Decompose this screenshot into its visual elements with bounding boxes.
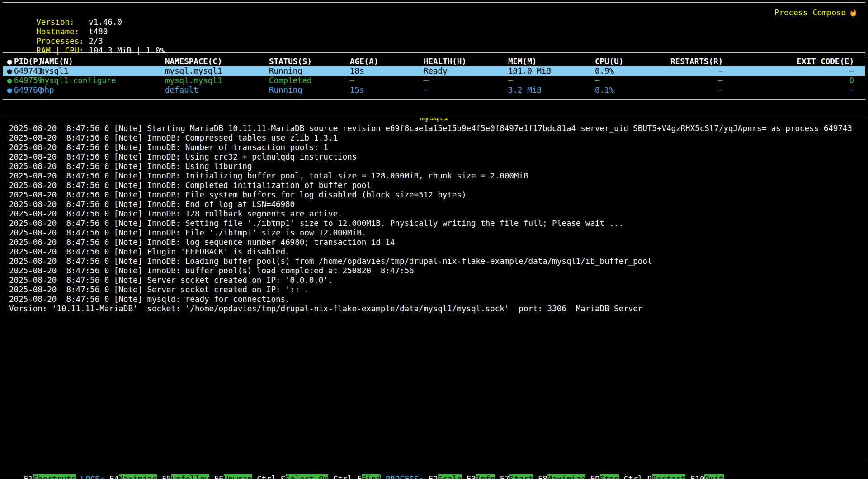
cell-age: 18s xyxy=(350,66,364,76)
shortcut-key: F9 xyxy=(590,474,600,479)
log-line: 2025-08-20 8:47:56 0 [Note] InnoDB: File… xyxy=(9,228,861,238)
log-line: 2025-08-20 8:47:56 0 [Note] InnoDB: Usin… xyxy=(9,152,861,162)
shortcut-key: F1 xyxy=(24,474,33,479)
shortcut-select-on[interactable]: Ctrl-SSelect On xyxy=(257,474,328,479)
shortcut-label: Maximize xyxy=(119,474,157,479)
shortcut-label: Scale xyxy=(438,474,462,479)
header-panel: Version:v1.46.0 Hostname:t480 Processes:… xyxy=(3,2,865,53)
cell-cpu: 0.9% xyxy=(595,66,614,76)
column-header-restarts: RESTARTS(R) xyxy=(670,57,723,66)
column-header-mem: MEM(M) xyxy=(508,57,537,66)
process-state-icon: ● xyxy=(7,85,12,95)
shortcut-key: F3 xyxy=(467,474,476,479)
cell-namespace: default xyxy=(165,85,198,95)
cell-status: Completed xyxy=(269,76,312,85)
log-line: 2025-08-20 8:47:56 0 [Note] InnoDB: Usin… xyxy=(9,162,861,171)
shortcut-label: Maximize xyxy=(547,474,585,479)
log-line: 2025-08-20 8:47:56 0 [Note] mysqld: read… xyxy=(9,295,861,304)
shortcut-process-maximize[interactable]: F8Maximize xyxy=(538,474,585,479)
header-field-version: Version:v1.46.0 xyxy=(8,8,859,18)
process-row-php[interactable]: ● 649760 php default Running 15s – 3.2 M… xyxy=(3,85,865,95)
process-row-mysql1-configure[interactable]: ● 649759 mysql1-configure mysql.mysql1 C… xyxy=(3,76,865,85)
log-line: 2025-08-20 8:47:56 0 [Note] Starting Mar… xyxy=(9,124,861,133)
log-panel: mysql1 2025-08-20 8:47:56 0 [Note] Start… xyxy=(3,118,865,460)
shortcut-scale[interactable]: F2Scale xyxy=(429,474,462,479)
process-state-icon: ● xyxy=(7,66,12,76)
log-line: 2025-08-20 8:47:56 0 [Note] Plugin 'FEED… xyxy=(9,247,861,257)
log-line: 2025-08-20 8:47:56 0 [Note] InnoDB: 128 … xyxy=(9,209,861,219)
cell-restarts: – xyxy=(718,66,723,76)
footer-bar: F1ShortcutsLOGS:F4MaximizeF5UnfollowF6Un… xyxy=(3,465,865,477)
cell-cpu: – xyxy=(595,76,600,85)
shortcut-restart[interactable]: Ctrl-RRestart xyxy=(623,474,685,479)
cell-pid: 649760 xyxy=(14,85,42,95)
header-field-hostname: Hostname:t480 xyxy=(8,18,859,27)
column-header-exit-code: EXIT CODE(E) xyxy=(797,57,854,66)
shortcut-key: F6 xyxy=(214,474,224,479)
cell-name: php xyxy=(40,85,54,95)
cell-cpu: 0.1% xyxy=(595,85,614,95)
shortcut-stop[interactable]: F9Stop xyxy=(590,474,619,479)
shortcut-key: F10 xyxy=(690,474,705,479)
process-row-mysql1[interactable]: ● 649743 mysql1 mysql.mysql1 Running 18s… xyxy=(3,66,865,76)
shortcut-key: F8 xyxy=(538,474,547,479)
shortcut-label: Find xyxy=(362,474,381,479)
shortcut-unfollow[interactable]: F5Unfollow xyxy=(162,474,209,479)
log-line: 2025-08-20 8:47:56 0 [Note] InnoDB: Load… xyxy=(9,257,861,266)
column-header-health: HEALTH(H) xyxy=(424,57,467,66)
log-line: 2025-08-20 8:47:56 0 [Note] Server socke… xyxy=(9,276,861,285)
header-field-processes: Processes:2/3 xyxy=(8,27,859,37)
column-header-pid: PID(P) xyxy=(14,57,42,66)
app-title: Process Compose xyxy=(774,8,858,18)
table-header-row: ● PID(P) NAME(N) NAMESPACE(C) STATUS(S) … xyxy=(3,57,865,66)
footer-section-logs: LOGS: xyxy=(81,474,105,479)
column-header-age: AGE(A) xyxy=(350,57,378,66)
header-field-ram-cpu: RAM | CPU:104.3 MiB | 1.0% xyxy=(8,37,859,46)
shortcut-label: Stop xyxy=(600,474,619,479)
log-line: 2025-08-20 8:47:56 0 [Note] Server socke… xyxy=(9,285,861,295)
shortcut-logs-maximize[interactable]: F4Maximize xyxy=(109,474,157,479)
column-header-namespace: NAMESPACE(C) xyxy=(165,57,222,66)
cell-pid: 649743 xyxy=(14,66,42,76)
shortcut-label: Info xyxy=(476,474,495,479)
shortcut-label: Quit xyxy=(704,474,723,479)
shortcut-key: F4 xyxy=(109,474,119,479)
cell-status: Running xyxy=(269,85,302,95)
cell-name: mysql1 xyxy=(40,66,68,76)
shortcut-label: Select On xyxy=(286,474,329,479)
shortcut-shortcuts[interactable]: F1Shortcuts xyxy=(24,474,76,479)
field-value: v1.46.0 xyxy=(89,18,122,27)
cell-health: – xyxy=(424,76,429,85)
cell-pid: 649759 xyxy=(14,76,42,85)
cell-namespace: mysql.mysql1 xyxy=(165,76,222,85)
cell-exit-code: – xyxy=(849,66,854,76)
log-line: 2025-08-20 8:47:56 0 [Note] InnoDB: Numb… xyxy=(9,143,861,152)
shortcut-quit[interactable]: F10Quit xyxy=(690,474,724,479)
shortcut-label: Unfollow xyxy=(171,474,209,479)
shortcut-label: Restart xyxy=(652,474,686,479)
footer-section-process: PROCESS: xyxy=(386,474,424,479)
field-label: Hostname: xyxy=(36,27,89,37)
shortcut-key: F2 xyxy=(429,474,438,479)
shortcut-key: Ctrl-S xyxy=(257,474,285,479)
shortcut-start[interactable]: F7Start xyxy=(500,474,533,479)
process-state-icon: ● xyxy=(7,76,12,85)
shortcut-unwrap[interactable]: F6Unwrap xyxy=(214,474,252,479)
process-compose-app: Version:v1.46.0 Hostname:t480 Processes:… xyxy=(0,0,868,479)
shortcut-label: Shortcuts xyxy=(33,474,76,479)
app-title-label: Process Compose xyxy=(774,8,846,18)
log-lines[interactable]: 2025-08-20 8:47:56 0 [Note] Starting Mar… xyxy=(9,124,861,314)
shortcut-key: Ctrl-R xyxy=(623,474,652,479)
log-line: 2025-08-20 8:47:56 0 [Note] InnoDB: Sett… xyxy=(9,219,861,228)
shortcut-label: Start xyxy=(509,474,533,479)
log-line: Version: '10.11.11-MariaDB' socket: '/ho… xyxy=(9,304,861,314)
column-header-cpu: CPU(U) xyxy=(595,57,623,66)
shortcut-info[interactable]: F3Info xyxy=(467,474,495,479)
log-line: 2025-08-20 8:47:56 0 [Note] InnoDB: End … xyxy=(9,200,861,209)
log-panel-title: mysql1 xyxy=(419,118,448,122)
field-label: Version: xyxy=(36,18,89,27)
column-header-name: NAME(N) xyxy=(40,57,73,66)
shortcut-find[interactable]: Ctrl-FFind xyxy=(333,474,381,479)
cell-mem: – xyxy=(508,76,513,85)
cell-namespace: mysql.mysql1 xyxy=(165,66,222,76)
